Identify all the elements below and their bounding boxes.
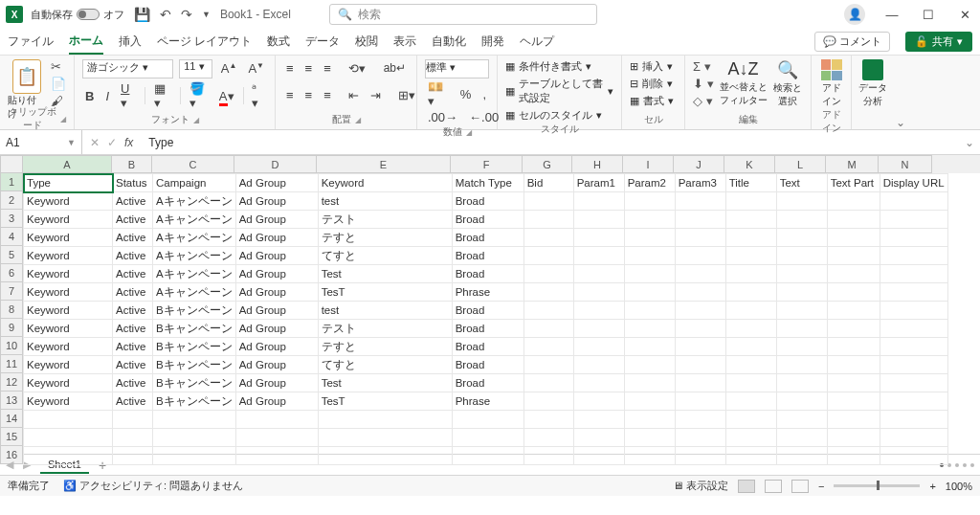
cell[interactable]: [776, 283, 827, 302]
cell[interactable]: [827, 411, 880, 429]
cell[interactable]: Ad Group: [235, 392, 318, 411]
cell[interactable]: Broad: [452, 247, 523, 265]
cell[interactable]: [880, 429, 947, 447]
comma-icon[interactable]: ,: [479, 86, 489, 102]
cell[interactable]: Ad Group: [235, 374, 318, 392]
column-header[interactable]: I: [623, 155, 674, 173]
align-center-icon[interactable]: ≡: [302, 87, 316, 103]
cell[interactable]: [880, 192, 947, 211]
cell[interactable]: [624, 411, 675, 429]
decrease-indent-icon[interactable]: ⇤: [345, 87, 362, 103]
copy-icon[interactable]: 📄: [51, 77, 66, 91]
cell[interactable]: Ad Group: [235, 283, 318, 302]
cell[interactable]: TesT: [318, 392, 452, 411]
collapse-ribbon-icon[interactable]: ⌄: [894, 116, 907, 129]
decrease-decimal-icon[interactable]: ←.00: [466, 109, 501, 125]
cell[interactable]: [318, 411, 452, 429]
cell[interactable]: Active: [113, 338, 153, 356]
number-format-select[interactable]: 標準 ▾: [425, 59, 489, 78]
column-header[interactable]: F: [451, 155, 523, 173]
cell[interactable]: test: [318, 302, 452, 320]
cell[interactable]: Test: [318, 374, 452, 392]
cell[interactable]: Keyword: [24, 302, 113, 320]
cell[interactable]: Aキャンペーン: [153, 192, 236, 211]
cell[interactable]: [523, 192, 573, 211]
tab-数式[interactable]: 数式: [267, 30, 290, 54]
dialog-launcher-icon[interactable]: ◢: [193, 116, 199, 124]
cell[interactable]: [573, 211, 624, 229]
cell[interactable]: Broad: [452, 265, 523, 283]
cell[interactable]: [675, 283, 725, 302]
cell[interactable]: [523, 338, 573, 356]
cell[interactable]: Broad: [452, 211, 523, 229]
cell[interactable]: Active: [113, 356, 153, 374]
cell[interactable]: てすと: [318, 247, 452, 265]
cell[interactable]: [624, 356, 675, 374]
cell[interactable]: Active: [113, 374, 153, 392]
cell[interactable]: [827, 192, 880, 211]
underline-button[interactable]: U ▾: [118, 80, 139, 111]
cell[interactable]: [725, 192, 776, 211]
comments-button[interactable]: 💬 コメント: [814, 32, 890, 52]
cell[interactable]: [880, 320, 947, 338]
cell[interactable]: Keyword: [24, 211, 113, 229]
row-header[interactable]: 2: [0, 191, 23, 210]
cell[interactable]: [624, 229, 675, 247]
cell[interactable]: Text Part: [827, 174, 880, 192]
cell[interactable]: [827, 283, 880, 302]
row-header[interactable]: 4: [0, 228, 23, 246]
phonetic-icon[interactable]: ᵃ ▾: [249, 80, 267, 111]
cell[interactable]: [573, 338, 624, 356]
cell[interactable]: [624, 211, 675, 229]
cell[interactable]: Keyword: [24, 265, 113, 283]
cell[interactable]: [523, 392, 573, 411]
cell[interactable]: [827, 338, 880, 356]
cell[interactable]: Aキャンペーン: [153, 247, 236, 265]
cell[interactable]: [573, 374, 624, 392]
addins-button[interactable]: アド イン: [819, 59, 843, 108]
column-header[interactable]: L: [775, 155, 826, 173]
dialog-launcher-icon[interactable]: ◢: [60, 115, 66, 123]
cell[interactable]: [573, 356, 624, 374]
cell[interactable]: [880, 247, 947, 265]
cell[interactable]: Active: [113, 320, 153, 338]
cell[interactable]: [880, 356, 947, 374]
cell[interactable]: Keyword: [24, 229, 113, 247]
cell[interactable]: Aキャンペーン: [153, 229, 236, 247]
font-name-select[interactable]: 游ゴシック ▾: [82, 59, 173, 78]
cell[interactable]: [523, 229, 573, 247]
cell[interactable]: Active: [113, 302, 153, 320]
cell[interactable]: テスト: [318, 320, 452, 338]
cell[interactable]: [827, 229, 880, 247]
redo-icon[interactable]: ↷: [181, 7, 192, 22]
cell[interactable]: Phrase: [452, 283, 523, 302]
cell[interactable]: [675, 320, 725, 338]
wrap-text-icon[interactable]: ab↵: [381, 60, 409, 76]
cell[interactable]: Aキャンペーン: [153, 283, 236, 302]
cell[interactable]: Broad: [452, 374, 523, 392]
cell[interactable]: [776, 211, 827, 229]
find-select-button[interactable]: 🔍 検索と 選択: [773, 59, 802, 108]
select-all-cell[interactable]: [0, 155, 23, 173]
fill-color-icon[interactable]: 🪣▾: [187, 80, 211, 111]
zoom-out-button[interactable]: −: [818, 481, 824, 492]
cell[interactable]: [523, 320, 573, 338]
row-header[interactable]: 8: [0, 301, 23, 319]
cell[interactable]: [725, 411, 776, 429]
cell[interactable]: [675, 229, 725, 247]
cell[interactable]: [235, 411, 318, 429]
cell[interactable]: [573, 302, 624, 320]
cell[interactable]: Active: [113, 265, 153, 283]
cell[interactable]: [827, 392, 880, 411]
border-icon[interactable]: ▦ ▾: [151, 80, 174, 111]
cut-icon[interactable]: ✂: [51, 59, 66, 74]
cell[interactable]: [523, 211, 573, 229]
paste-icon[interactable]: [12, 59, 41, 94]
cell[interactable]: [725, 374, 776, 392]
cell[interactable]: Keyword: [24, 320, 113, 338]
cell[interactable]: Ad Group: [235, 174, 318, 192]
cell[interactable]: Active: [113, 229, 153, 247]
cell[interactable]: [776, 356, 827, 374]
cell[interactable]: Broad: [452, 320, 523, 338]
sort-filter-button[interactable]: A↓Z 並べ替えと フィルター: [720, 59, 768, 107]
